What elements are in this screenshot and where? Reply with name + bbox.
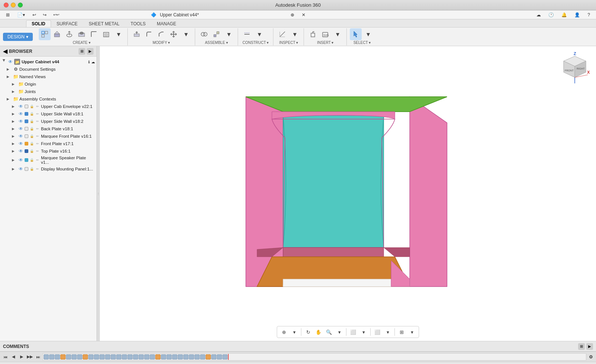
create-extrude[interactable]: [51, 28, 63, 40]
timeline-first[interactable]: ⏮: [1, 353, 9, 361]
window-controls[interactable]: [4, 3, 23, 7]
menu-add-tab[interactable]: ⊕: [288, 12, 297, 18]
tree-item-6[interactable]: ▶ 👁 🔒 ✏ Top Plate v16:1: [0, 147, 96, 155]
viewport-orbit[interactable]: ⊕: [279, 328, 288, 336]
tab-surface[interactable]: SURFACE: [51, 20, 83, 27]
construct-more[interactable]: ▾: [253, 28, 265, 40]
tree-item-5[interactable]: ▶ 👁 🔒 ✏ Front Plate v17:1: [0, 140, 96, 147]
viewport-zoom-drop[interactable]: ▾: [335, 328, 344, 336]
tree-item-0[interactable]: ▶ 👁 🔒 ✏ Upper Cab Envelope v22:1: [0, 103, 96, 110]
timeline-last[interactable]: ⏭: [34, 353, 42, 361]
timeline-prev[interactable]: ◀: [10, 353, 17, 361]
tree-item-7[interactable]: ▶ 👁 🔒 ✏ Marquee Speaker Plate v1...: [0, 155, 96, 165]
tree-assembly-contexts[interactable]: ▶ 📁 Assembly Contexts: [0, 95, 96, 103]
sidebar-resize-handle[interactable]: ⋮: [97, 46, 100, 341]
viewport-visual-style[interactable]: ⬜: [373, 328, 382, 336]
tab-manage[interactable]: MANAGE: [151, 20, 182, 27]
close-button[interactable]: [4, 3, 9, 7]
inspect-measure[interactable]: [276, 28, 288, 40]
timeline-fast-forward[interactable]: ▶▶: [26, 353, 34, 361]
tree-item-8[interactable]: ▶ 👁 🔒 ✏ Display Mounting Panel:1...: [0, 165, 96, 173]
comments-settings[interactable]: ⊞: [578, 343, 585, 350]
menu-help[interactable]: ?: [584, 12, 593, 18]
nav-cube[interactable]: Z FRONT RIGHT X: [558, 51, 592, 84]
browser-collapse[interactable]: ▶: [87, 48, 93, 55]
menu-account[interactable]: 👤: [571, 12, 583, 18]
create-hole[interactable]: [76, 28, 88, 40]
create-more[interactable]: ▾: [112, 28, 124, 40]
create-new-component[interactable]: [39, 28, 51, 40]
timeline-track[interactable]: [42, 353, 586, 361]
create-label[interactable]: CREATE: [39, 41, 124, 45]
design-button[interactable]: DESIGN ▾: [3, 33, 33, 41]
insert-more[interactable]: ▾: [332, 28, 343, 40]
tree-root[interactable]: ▶ 👁 📁 Upper Cabinet v44 ℹ ☁: [0, 58, 96, 66]
menu-undo2[interactable]: ↩↩: [50, 12, 62, 17]
menu-redo[interactable]: ↪: [40, 12, 50, 18]
menu-file[interactable]: 📄▾: [14, 12, 28, 18]
insert-label[interactable]: INSERT: [307, 41, 343, 45]
create-revolve[interactable]: [63, 28, 75, 40]
tree-item-2[interactable]: ▶ 👁 🔒 ✏ Upper Side Wall v18:2: [0, 118, 96, 125]
timeline-settings[interactable]: ⚙: [587, 353, 595, 361]
viewport-visual-drop[interactable]: ▾: [383, 328, 392, 336]
viewport-grid-drop[interactable]: ▾: [408, 328, 416, 336]
assemble-as-built[interactable]: [210, 28, 222, 40]
tab-sheetmetal[interactable]: SHEET METAL: [83, 20, 125, 27]
tab-tools[interactable]: TOOLS: [125, 20, 151, 27]
modify-chamfer[interactable]: [155, 28, 167, 40]
maximize-button[interactable]: [18, 3, 23, 7]
modify-label[interactable]: MODIFY: [131, 41, 192, 45]
minimize-button[interactable]: [11, 3, 16, 7]
svg-rect-17: [214, 35, 216, 37]
modify-more[interactable]: ▾: [180, 28, 192, 40]
tree-item-1[interactable]: ▶ 👁 🔒 ✏ Upper Side Wall v18:1: [0, 110, 96, 118]
comments-collapse[interactable]: ▶: [586, 343, 593, 350]
menu-notify[interactable]: 🔔: [558, 12, 570, 18]
inspect-label[interactable]: INSPECT: [276, 41, 301, 45]
modify-move[interactable]: [168, 28, 180, 40]
create-shell[interactable]: [100, 28, 112, 40]
menu-cloud[interactable]: ☁: [533, 12, 544, 18]
tree-item-4[interactable]: ▶ 👁 🔒 ✏ Marquee Front Plate v16:1: [0, 132, 96, 140]
browser-settings[interactable]: ⊞: [79, 48, 85, 55]
viewport-display-drop[interactable]: ▾: [359, 328, 368, 336]
construct-label[interactable]: CONSTRUCT: [241, 41, 270, 45]
viewport-display-mode[interactable]: ⬜: [349, 328, 358, 336]
timeline-play[interactable]: ▶: [18, 353, 25, 361]
viewport-look[interactable]: ↻: [304, 328, 313, 336]
modify-press-pull[interactable]: [131, 28, 143, 40]
viewport-grid[interactable]: ⊞: [397, 328, 406, 336]
insert-svg[interactable]: SVG: [319, 28, 331, 40]
viewport[interactable]: Z FRONT RIGHT X ⊕ ▾: [100, 46, 596, 341]
select-tool[interactable]: [350, 28, 362, 40]
select-more[interactable]: ▾: [362, 28, 374, 40]
tree-origin[interactable]: ▶ 📁 Origin: [0, 80, 96, 88]
tab-solid[interactable]: SOLID: [26, 20, 51, 27]
select-label[interactable]: SELECT: [350, 41, 374, 45]
menu-close-tab[interactable]: ✕: [299, 12, 308, 18]
assemble-more[interactable]: ▾: [223, 28, 235, 40]
tree-doc-settings[interactable]: ▶ ⚙ Document Settings: [0, 66, 96, 73]
tree-named-views[interactable]: ▶ 📁 Named Views: [0, 73, 96, 80]
menu-undo[interactable]: ↩: [29, 12, 39, 18]
viewport-orbit-drop[interactable]: ▾: [290, 328, 299, 336]
viewport-pan[interactable]: ✋: [314, 328, 323, 336]
insert-derive[interactable]: [307, 28, 319, 40]
viewport-zoom[interactable]: 🔍: [324, 328, 333, 336]
menu-icon[interactable]: ⊞: [3, 12, 13, 18]
main-area: ◀ BROWSER ⊞ ▶ ▶ 👁 📁 Upper Cabinet v44 ℹ …: [0, 46, 596, 341]
browser-back[interactable]: ◀: [3, 48, 7, 55]
tree-joints[interactable]: ▶ 📁 Joints: [0, 88, 96, 95]
modify-fillet[interactable]: [143, 28, 155, 40]
menu-clock[interactable]: 🕐: [545, 12, 557, 18]
assemble-label[interactable]: ASSEMBLE: [198, 41, 235, 45]
construct-offset[interactable]: [241, 28, 253, 40]
create-fillet[interactable]: [88, 28, 100, 40]
svg-text:SVG: SVG: [323, 34, 329, 36]
tree-item-3[interactable]: ▶ 👁 🔒 ✏ Back Plate v18:1: [0, 125, 96, 132]
inspect-more[interactable]: ▾: [289, 28, 301, 40]
assemble-joint[interactable]: [198, 28, 210, 40]
item4-lock: 🔒: [29, 134, 34, 139]
timeline-item: [83, 354, 88, 360]
